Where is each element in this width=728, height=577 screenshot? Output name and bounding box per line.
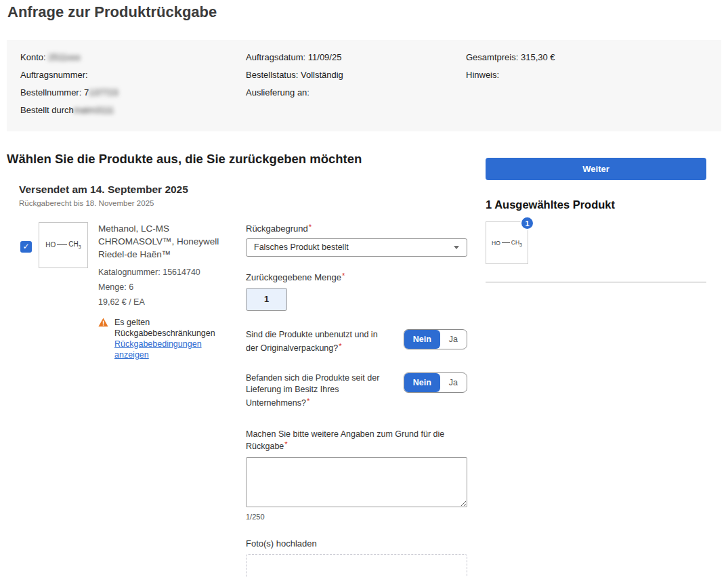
- question-text: Befanden sich die Produkte seit der Lief…: [246, 372, 391, 409]
- return-details-textarea[interactable]: [246, 457, 467, 507]
- return-conditions-link[interactable]: Rückgabebedingungen anzeigen: [114, 339, 224, 360]
- bestellnummer-redacted: 137723: [89, 87, 118, 98]
- order-info-column-1: Konto: 2511xxx Auftragsnummer: Bestellnu…: [20, 52, 246, 131]
- auftragsdatum-value: 11/09/25: [308, 52, 342, 62]
- check-icon: ✓: [22, 242, 29, 251]
- warning-text: Es gelten Rückgabebeschränkungen: [114, 318, 215, 338]
- ordered-quantity: Menge: 6: [98, 282, 236, 292]
- shipment-return-deadline: Rückgaberecht bis 18. November 2025: [19, 199, 474, 207]
- formula-left: HO: [492, 240, 500, 247]
- required-asterisk: *: [309, 223, 312, 231]
- auftragsdatum-label: Auftragsdatum:: [246, 52, 305, 62]
- bestellt-durch-row: Bestellt durchmatm3111: [20, 105, 246, 115]
- required-asterisk: *: [307, 397, 309, 405]
- unused-toggle-yes-button[interactable]: Ja: [440, 330, 467, 349]
- possession-toggle-no-button[interactable]: Nein: [404, 373, 440, 392]
- bestellstatus-value: Vollständig: [301, 70, 343, 80]
- chevron-down-icon: [454, 246, 459, 249]
- formula-left: HO: [45, 241, 56, 249]
- summary-divider: [486, 282, 706, 282]
- reason-label: Rückgabegrund*: [246, 222, 467, 234]
- bestellstatus-row: Bestellstatus: Vollständig: [246, 70, 466, 80]
- selected-products-heading: 1 Ausgewähltes Produkt: [486, 198, 706, 211]
- auslieferung-row: Auslieferung an:: [246, 87, 466, 98]
- hinweis-row: Hinweis:: [466, 70, 721, 80]
- question-unused-packaging: Sind die Produkte unbenutzt und in der O…: [246, 329, 467, 354]
- return-form: Rückgabegrund* Falsches Produkt bestellt…: [246, 222, 467, 577]
- unit-price: 19,62 € / EA: [98, 297, 236, 307]
- product-name: Methanol, LC-MS CHROMASOLV™, Honeywell R…: [98, 222, 236, 261]
- warning-triangle-icon: [98, 317, 108, 360]
- product-selection-panel: Wählen Sie die Produkte aus, die Sie zur…: [7, 152, 474, 577]
- return-reason-select[interactable]: Falsches Produkt bestellt: [246, 238, 467, 257]
- gesamtpreis-row: Gesamtpreis: 315,30 €: [466, 52, 721, 62]
- shipment-group: Versendet am 14. September 2025 Rückgabe…: [19, 184, 474, 207]
- qty-label: Zurückgegebene Menge*: [246, 271, 467, 282]
- bond-line: [57, 244, 67, 245]
- formula-right: CH3: [511, 239, 522, 247]
- bestellt-durch-label: Bestellt durch: [20, 105, 74, 115]
- unused-toggle: Nein Ja: [404, 329, 467, 349]
- bestellnummer-label: Bestellnummer:: [20, 87, 81, 98]
- product-details: Methanol, LC-MS CHROMASOLV™, Honeywell R…: [98, 222, 236, 360]
- product-checkbox[interactable]: ✓: [20, 241, 32, 253]
- summary-panel: Weiter 1 Ausgewähltes Produkt HO CH3 1: [486, 152, 706, 282]
- product-image: HO CH3: [39, 222, 88, 268]
- details-label: Machen Sie bitte weitere Angaben zum Gru…: [246, 429, 467, 452]
- auftragsnummer-label: Auftragsnummer:: [20, 70, 88, 80]
- reason-selected-value: Falsches Produkt bestellt: [254, 242, 349, 252]
- konto-row: Konto: 2511xxx: [20, 52, 246, 62]
- unused-toggle-no-button[interactable]: Nein: [404, 330, 440, 349]
- konto-value-redacted: 2511xxx: [48, 52, 80, 62]
- required-asterisk: *: [342, 272, 345, 280]
- required-asterisk: *: [339, 342, 341, 350]
- order-info-column-3: Gesamtpreis: 315,30 € Hinweis:: [466, 52, 721, 131]
- selected-count-badge: 1: [520, 216, 534, 230]
- hinweis-label: Hinweis:: [466, 70, 499, 80]
- selection-heading: Wählen Sie die Produkte aus, die Sie zur…: [7, 152, 474, 167]
- file-dropzone[interactable]: Dateien hier ablegen oder Durchsuchen un…: [246, 554, 467, 577]
- possession-toggle: Nein Ja: [404, 372, 467, 393]
- bestellnummer-row: Bestellnummer: 7137723: [20, 87, 246, 98]
- dropzone-instruction: Dateien hier ablegen oder Durchsuchen un…: [263, 575, 450, 577]
- returned-quantity-input[interactable]: [246, 288, 287, 311]
- bestellt-durch-value-redacted: matm3111: [74, 105, 114, 115]
- main-content: Wählen Sie die Produkte aus, die Sie zur…: [7, 152, 721, 577]
- question-text: Sind die Produkte unbenutzt und in der O…: [246, 329, 391, 354]
- required-asterisk: *: [284, 440, 287, 448]
- continue-button[interactable]: Weiter: [486, 158, 706, 180]
- auslieferung-label: Auslieferung an:: [246, 87, 309, 98]
- order-info-column-2: Auftragsdatum: 11/09/25 Bestellstatus: V…: [246, 52, 466, 131]
- question-possession: Befanden sich die Produkte seit der Lief…: [246, 372, 467, 409]
- konto-label: Konto:: [20, 52, 46, 62]
- return-request-page: Anfrage zur Produktrückgabe Konto: 2511x…: [0, 0, 728, 577]
- methanol-structure: HO CH3: [45, 240, 81, 249]
- bestellstatus-label: Bestellstatus:: [246, 70, 298, 80]
- order-info-box: Konto: 2511xxx Auftragsnummer: Bestellnu…: [7, 40, 721, 131]
- shipment-title: Versendet am 14. September 2025: [19, 184, 474, 196]
- bond-line: [502, 242, 510, 243]
- gesamtpreis-value: 315,30 €: [521, 52, 555, 62]
- char-counter: 1/250: [246, 513, 467, 521]
- product-row: ✓ HO CH3 Methanol, LC-MS CHROMASOLV™, Ho…: [7, 222, 474, 577]
- gesamtpreis-label: Gesamtpreis:: [466, 52, 518, 62]
- selected-product-thumbnail[interactable]: HO CH3 1: [486, 221, 528, 264]
- methanol-structure-small: HO CH3: [492, 239, 522, 247]
- page-title: Anfrage zur Produktrückgabe: [0, 0, 728, 21]
- auftragsdatum-row: Auftragsdatum: 11/09/25: [246, 52, 466, 62]
- formula-right: CH3: [68, 240, 81, 249]
- return-restriction-warning: Es gelten Rückgabebeschränkungen Rückgab…: [98, 317, 236, 360]
- possession-toggle-yes-button[interactable]: Ja: [440, 373, 467, 392]
- photo-upload-label: Foto(s) hochladen: [246, 538, 467, 549]
- auftragsnummer-row: Auftragsnummer:: [20, 70, 246, 80]
- warning-body: Es gelten Rückgabebeschränkungen Rückgab…: [114, 317, 224, 360]
- catalog-number: Katalognummer: 15614740: [98, 268, 236, 277]
